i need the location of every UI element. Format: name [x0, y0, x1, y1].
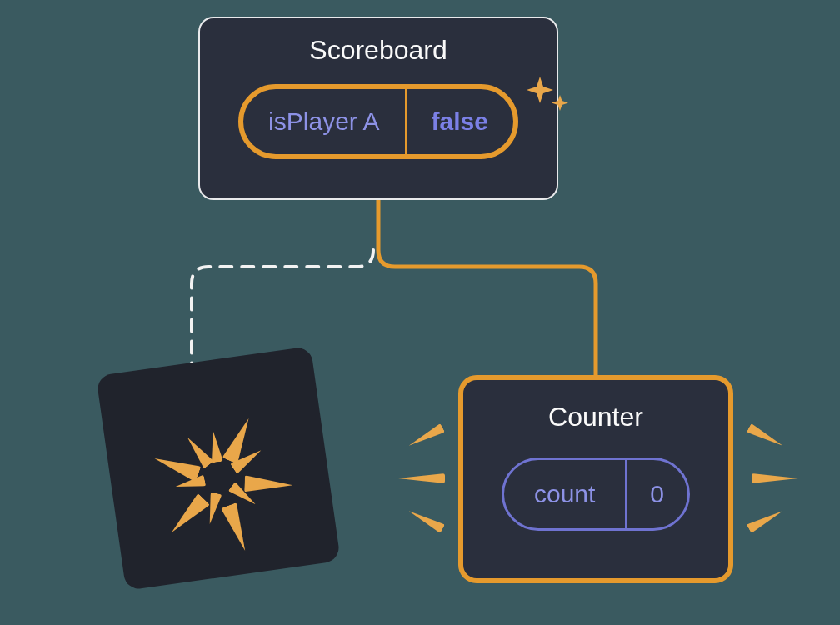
scoreboard-title: Scoreboard [309, 35, 447, 66]
burst-icon [96, 346, 341, 591]
emphasis-ray-icon [407, 423, 445, 450]
counter-title: Counter [548, 402, 643, 432]
scoreboard-node: Scoreboard isPlayer A false [198, 17, 558, 200]
emphasis-ray-icon [747, 423, 785, 450]
counter-state-value: 0 [625, 460, 688, 528]
sparkles-icon [523, 72, 573, 122]
scoreboard-prop-label: isPlayer A [243, 89, 404, 154]
emphasis-ray-icon [747, 507, 785, 533]
diagram-stage: Scoreboard isPlayer A false Counter [0, 0, 840, 625]
connector-active [378, 200, 596, 375]
emphasis-ray-icon [398, 473, 445, 483]
emphasis-ray-icon [407, 507, 445, 533]
counter-state-pill: count 0 [502, 458, 690, 531]
unmounted-node [96, 346, 341, 591]
scoreboard-prop-pill: isPlayer A false [238, 84, 518, 159]
scoreboard-prop-value: false [405, 89, 513, 154]
emphasis-ray-icon [752, 473, 798, 483]
counter-state-label: count [504, 460, 625, 528]
counter-node: Counter count 0 [458, 375, 733, 583]
